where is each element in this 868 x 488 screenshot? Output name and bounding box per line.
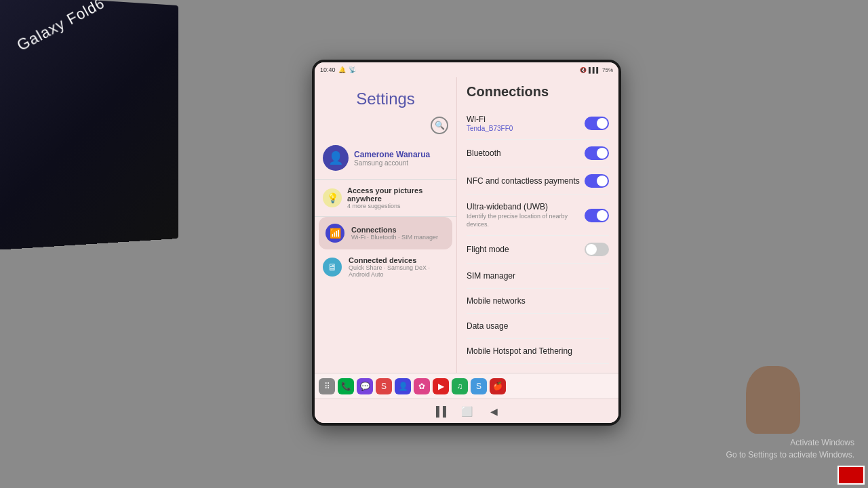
search-button[interactable]: 🔍 [431, 117, 448, 134]
galaxy-fold-box: Galaxy Fold6 [0, 0, 178, 250]
nfc-toggle[interactable] [585, 174, 609, 188]
sim-manager-row[interactable]: SIM manager [467, 264, 609, 289]
uwb-label-group: Ultra-wideband (UWB) Identify the precis… [467, 202, 575, 228]
avatar: 👤 [323, 145, 349, 171]
activate-windows-watermark: Activate Windows Go to Settings to activ… [726, 436, 854, 461]
nfc-label: NFC and contactless payments [467, 176, 580, 186]
connections-nav-subtitle: Wi-Fi · Bluetooth · SIM manager [351, 234, 438, 241]
search-row: 🔍 [315, 117, 456, 140]
connections-title: Connections [467, 84, 609, 100]
nav-item-connected-devices[interactable]: 🖥 Connected devices Quick Share · Samsun… [315, 249, 456, 285]
bluetooth-toggle[interactable] [585, 146, 609, 160]
status-wifi-icon: 📡 [349, 66, 356, 73]
status-time: 10:40 [320, 66, 336, 73]
status-bar-left: 10:40 🔔 📡 [320, 66, 356, 73]
uwb-toggle-knob [597, 210, 608, 221]
suggestion-title: Access your pictures anywhere [347, 186, 448, 203]
connections-nav-title: Connections [351, 226, 438, 234]
tablet-device: 10:40 🔔 📡 🔇 ▌▌▌ 75% Settings 🔍 👤 [312, 60, 621, 426]
sim-manager-label: SIM manager [467, 271, 609, 281]
uwb-toggle[interactable] [585, 209, 609, 222]
suggestion-subtitle: 4 more suggestions [347, 203, 448, 209]
uwb-desc: Identify the precise location of nearby … [467, 213, 575, 228]
wifi-label-group: Wi-Fi Tenda_B73FF0 [467, 115, 513, 132]
phone-app-icon[interactable]: 📞 [338, 378, 354, 394]
nfc-label-group: NFC and contactless payments [467, 176, 580, 186]
connections-right-panel: Connections Wi-Fi Tenda_B73FF0 Bluetooth [457, 77, 618, 373]
connected-devices-nav-title: Connected devices [349, 256, 448, 264]
connections-icon: 📶 [326, 224, 344, 243]
recents-button[interactable]: ▐▐ [431, 403, 448, 420]
nav-item-connections[interactable]: 📶 Connections Wi-Fi · Bluetooth · SIM ma… [319, 217, 452, 249]
nfc-toggle-knob [597, 176, 608, 186]
uwb-label: Ultra-wideband (UWB) [467, 202, 575, 211]
settings-left-panel: Settings 🔍 👤 Camerone Wanarua Samsung ac… [315, 77, 457, 373]
bluetooth-setting-row[interactable]: Bluetooth [467, 140, 609, 167]
uwb-setting-row[interactable]: Ultra-wideband (UWB) Identify the precis… [467, 195, 609, 236]
volume-icon: 🔇 [580, 67, 587, 73]
flag-icon [837, 466, 865, 485]
home-button[interactable]: ⬜ [458, 403, 475, 420]
status-bar-right: 🔇 ▌▌▌ 75% [580, 67, 613, 73]
connected-devices-nav-text: Connected devices Quick Share · Samsung … [349, 256, 448, 278]
signal-bars: ▌▌▌ [589, 67, 600, 73]
flight-mode-setting-row[interactable]: Flight mode [467, 236, 609, 264]
profile-row[interactable]: 👤 Camerone Wanarua Samsung account [315, 140, 456, 180]
bluetooth-toggle-knob [597, 148, 608, 159]
device-screen: 10:40 🔔 📡 🔇 ▌▌▌ 75% Settings 🔍 👤 [315, 62, 618, 423]
app5-icon[interactable]: ✿ [414, 378, 430, 394]
settings-title: Settings [315, 77, 456, 117]
connected-devices-icon: 🖥 [323, 258, 342, 277]
nfc-setting-row[interactable]: NFC and contactless payments [467, 167, 609, 195]
skype-app-icon[interactable]: S [376, 378, 392, 394]
screen-body: Settings 🔍 👤 Camerone Wanarua Samsung ac… [315, 77, 618, 373]
contacts-app-icon[interactable]: 👤 [395, 378, 411, 394]
mobile-networks-row[interactable]: Mobile networks [467, 289, 609, 314]
status-bar: 10:40 🔔 📡 🔇 ▌▌▌ 75% [315, 62, 618, 77]
suggestion-row[interactable]: 💡 Access your pictures anywhere 4 more s… [315, 180, 456, 217]
wifi-sublabel: Tenda_B73FF0 [467, 125, 513, 132]
grid-icon[interactable]: ⠿ [319, 378, 335, 394]
wifi-label: Wi-Fi [467, 115, 513, 124]
status-icons: 🔔 [338, 66, 346, 73]
profile-info: Camerone Wanarua Samsung account [354, 150, 448, 167]
connected-devices-nav-subtitle: Quick Share · Samsung DeX · Android Auto [349, 264, 448, 278]
suggestion-icon: 💡 [323, 188, 342, 207]
suggestion-text: Access your pictures anywhere 4 more sug… [347, 186, 448, 209]
connections-nav-text: Connections Wi-Fi · Bluetooth · SIM mana… [351, 226, 438, 241]
profile-name: Camerone Wanarua [354, 150, 448, 159]
wifi-toggle-knob [597, 118, 608, 129]
mobile-networks-label: Mobile networks [467, 296, 609, 306]
hand-overlay [746, 366, 800, 434]
bottom-navigation: ▐▐ ⬜ ◀ [315, 399, 618, 423]
spotify-app-icon[interactable]: ♫ [452, 378, 468, 394]
bluetooth-label-group: Bluetooth [467, 148, 501, 158]
galaxy-box-label: Galaxy Fold6 [14, 0, 108, 55]
back-button[interactable]: ◀ [486, 403, 502, 420]
flight-mode-label: Flight mode [467, 245, 509, 254]
mobile-hotspot-row[interactable]: Mobile Hotspot and Tethering [467, 339, 609, 364]
bluetooth-label: Bluetooth [467, 148, 501, 158]
profile-subtitle: Samsung account [354, 159, 448, 167]
app-dock: ⠿ 📞 💬 S 👤 ✿ ▶ ♫ S 🍎 [315, 373, 618, 399]
data-usage-label: Data usage [467, 321, 609, 331]
wifi-toggle[interactable] [585, 117, 609, 130]
flight-mode-toggle-knob [586, 244, 597, 255]
messages-app-icon[interactable]: 💬 [357, 378, 373, 394]
flight-mode-label-group: Flight mode [467, 245, 509, 254]
flight-mode-toggle[interactable] [585, 243, 609, 256]
apple-icon[interactable]: 🍎 [490, 378, 506, 394]
wifi-setting-row[interactable]: Wi-Fi Tenda_B73FF0 [467, 108, 609, 140]
mobile-hotspot-label: Mobile Hotspot and Tethering [467, 346, 609, 356]
battery-percent: 75% [602, 67, 613, 73]
samsung-app-icon[interactable]: S [471, 378, 487, 394]
data-usage-row[interactable]: Data usage [467, 314, 609, 339]
youtube-app-icon[interactable]: ▶ [433, 378, 449, 394]
